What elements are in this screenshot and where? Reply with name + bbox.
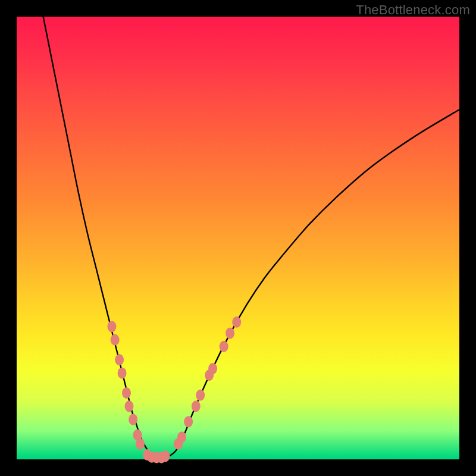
curve-marker (208, 363, 217, 374)
curve-marker (107, 321, 116, 332)
curve-marker (232, 317, 241, 328)
chart-plot-area (17, 17, 459, 459)
chart-svg (17, 17, 459, 459)
curve-marker (118, 367, 127, 378)
curve-marker (192, 400, 201, 412)
curve-marker (161, 450, 170, 462)
curve-markers (107, 317, 241, 464)
curve-marker (177, 431, 186, 443)
curve-marker (136, 438, 145, 449)
bottleneck-curve (43, 17, 459, 458)
curve-marker (184, 416, 193, 427)
curve-marker (122, 387, 131, 399)
curve-marker (196, 390, 205, 401)
curve-marker (226, 327, 234, 339)
chart-frame: TheBottleneck.com (0, 0, 476, 476)
curve-marker (129, 414, 137, 425)
curve-marker (220, 341, 228, 352)
curve-marker (111, 334, 120, 346)
watermark-text: TheBottleneck.com (356, 2, 470, 18)
curve-marker (115, 354, 124, 365)
curve-marker (124, 400, 133, 412)
